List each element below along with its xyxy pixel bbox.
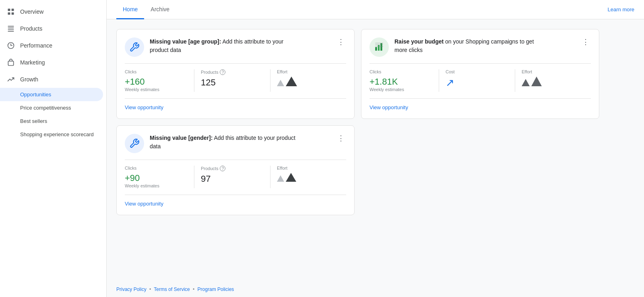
sidebar-item-performance[interactable]: Performance xyxy=(0,37,103,54)
svg-rect-4 xyxy=(8,26,14,27)
metric-products-1: Products ? 125 xyxy=(201,69,270,92)
sidebar-sub-item-price[interactable]: Price competitiveness xyxy=(0,101,103,114)
sidebar-item-marketing[interactable]: Marketing xyxy=(0,54,103,71)
svg-rect-9 xyxy=(8,61,13,66)
sidebar-sub-item-best-sellers[interactable]: Best sellers xyxy=(0,114,103,128)
sidebar-label-products: Products xyxy=(20,25,42,32)
svg-rect-1 xyxy=(12,9,14,11)
effort-icons-3 xyxy=(277,173,340,182)
svg-rect-3 xyxy=(12,12,14,15)
main-content: Home Archive Learn more xyxy=(107,0,644,297)
effort-icons-1 xyxy=(277,77,340,86)
svg-rect-0 xyxy=(8,9,10,11)
sidebar-label-marketing: Marketing xyxy=(20,59,45,66)
view-opportunity-2[interactable]: View opportunity xyxy=(369,98,591,110)
metric-effort-3: Effort xyxy=(277,166,346,188)
effort-triangle-1 xyxy=(522,79,530,86)
metric-effort-2: Effort xyxy=(522,69,591,92)
card-age-group-metrics: Clicks +160 Weekly estimates Products ? … xyxy=(125,63,346,92)
sidebar-label-performance: Performance xyxy=(20,42,52,49)
learn-more-link[interactable]: Learn more xyxy=(608,6,634,12)
trend-up-icon: ↗ xyxy=(446,77,454,89)
card-age-group-more[interactable]: ⋮ xyxy=(336,37,346,46)
weekly-3: Weekly estimates xyxy=(125,183,188,188)
bag-icon xyxy=(6,58,15,67)
privacy-policy-link[interactable]: Privacy Policy xyxy=(116,287,147,292)
card-gender-more[interactable]: ⋮ xyxy=(336,134,346,143)
clicks-value-1: +160 xyxy=(125,77,188,87)
circle-icon xyxy=(6,41,15,50)
sidebar-item-overview[interactable]: Overview xyxy=(0,3,103,20)
sidebar-label-overview: Overview xyxy=(20,8,43,15)
svg-rect-14 xyxy=(375,45,383,46)
svg-rect-5 xyxy=(8,28,14,29)
sidebar-sub-label-opportunities: Opportunities xyxy=(20,91,51,98)
sidebar-sub-item-opportunities[interactable]: Opportunities xyxy=(0,88,103,101)
effort-icons-2 xyxy=(522,77,584,86)
metric-products-3: Products ? 97 xyxy=(201,166,270,188)
cards-grid: Missing value [age group]: Add this attr… xyxy=(116,29,599,215)
sidebar-sub-label-best-sellers: Best sellers xyxy=(20,118,47,124)
card-budget: Raise your budget on your Shopping campa… xyxy=(361,29,599,119)
sidebar-item-products[interactable]: Products xyxy=(0,20,103,37)
effort-triangle-dark-1 xyxy=(286,77,297,86)
sep-2: • xyxy=(193,287,194,292)
effort-triangle-light-3 xyxy=(277,175,284,182)
view-opportunity-1[interactable]: View opportunity xyxy=(125,98,346,110)
products-help-icon-1[interactable]: ? xyxy=(220,69,225,75)
effort-triangle-2 xyxy=(531,77,542,86)
content-area: Missing value [age group]: Add this attr… xyxy=(107,19,644,282)
view-opportunity-3[interactable]: View opportunity xyxy=(125,195,346,207)
card-budget-more[interactable]: ⋮ xyxy=(580,37,591,46)
clicks-value-3: +90 xyxy=(125,173,188,183)
tab-archive[interactable]: Archive xyxy=(144,0,176,19)
tab-home[interactable]: Home xyxy=(116,0,144,19)
program-policies-link[interactable]: Program Policies xyxy=(198,287,234,292)
metric-clicks-1: Clicks +160 Weekly estimates xyxy=(125,69,194,92)
weekly-1: Weekly estimates xyxy=(125,87,188,92)
top-bar: Home Archive Learn more xyxy=(107,0,644,19)
sidebar-sub-item-scorecard[interactable]: Shopping experience scorecard xyxy=(0,128,103,141)
svg-rect-13 xyxy=(375,46,383,47)
card-budget-header: Raise your budget on your Shopping campa… xyxy=(369,37,591,57)
metric-clicks-3: Clicks +90 Weekly estimates xyxy=(125,166,194,188)
sep-1: • xyxy=(149,287,151,292)
metric-effort-1: Effort xyxy=(277,69,346,92)
trending-icon xyxy=(6,75,15,84)
card-gender-metrics: Clicks +90 Weekly estimates Products ? 9… xyxy=(125,160,346,188)
products-help-icon-3[interactable]: ? xyxy=(220,166,225,171)
terms-of-service-link[interactable]: Terms of Service xyxy=(154,287,190,292)
card-gender: Missing value [gender]: Add this attribu… xyxy=(116,125,355,215)
card-gender-title: Missing value [gender]: Add this attribu… xyxy=(150,134,303,151)
card-budget-metrics: Clicks +1.81K Weekly estimates Cost ↗ xyxy=(369,63,591,92)
effort-triangle-light-1 xyxy=(277,80,284,86)
metric-cost-2: Cost ↗ xyxy=(446,69,515,92)
svg-rect-2 xyxy=(8,12,10,15)
weekly-2: Weekly estimates xyxy=(369,87,432,92)
metric-clicks-2: Clicks +1.81K Weekly estimates xyxy=(369,69,439,92)
card-age-group-header: Missing value [age group]: Add this attr… xyxy=(125,37,346,57)
sidebar-sub-label-price: Price competitiveness xyxy=(20,105,71,111)
wrench-gender-icon xyxy=(125,134,144,153)
svg-rect-6 xyxy=(8,29,14,30)
effort-triangle-dark-3 xyxy=(286,173,296,182)
svg-rect-10 xyxy=(375,47,377,51)
sidebar-item-growth[interactable]: Growth xyxy=(0,71,103,88)
svg-rect-11 xyxy=(378,45,380,51)
card-gender-header: Missing value [gender]: Add this attribu… xyxy=(125,134,346,153)
footer: Privacy Policy • Terms of Service • Prog… xyxy=(107,282,644,297)
sidebar-label-growth: Growth xyxy=(20,76,38,83)
grid-icon xyxy=(6,7,15,16)
wrench-icon xyxy=(125,37,144,57)
tab-bar: Home Archive xyxy=(116,0,176,19)
card-age-group-title: Missing value [age group]: Add this attr… xyxy=(150,37,303,54)
list-icon xyxy=(6,24,15,33)
products-value-1: 125 xyxy=(201,77,264,88)
products-value-3: 97 xyxy=(201,174,264,184)
sidebar: Overview Products Performance xyxy=(0,0,107,297)
svg-rect-15 xyxy=(375,43,383,44)
card-age-group: Missing value [age group]: Add this attr… xyxy=(116,29,355,119)
svg-rect-7 xyxy=(8,31,14,32)
chart-budget-icon xyxy=(369,37,389,57)
sidebar-sub-label-scorecard: Shopping experience scorecard xyxy=(20,131,94,137)
